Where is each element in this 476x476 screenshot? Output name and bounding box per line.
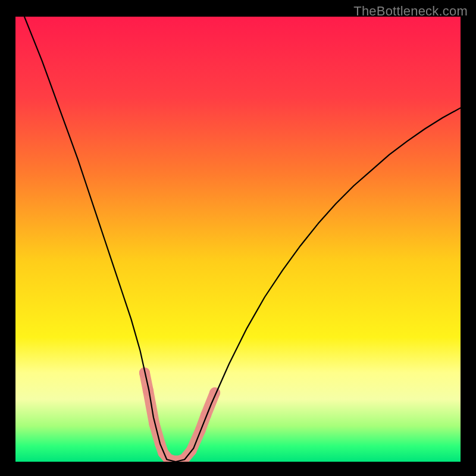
watermark-text: TheBottleneck.com [353,4,468,19]
chart-svg [15,17,461,462]
plot-area [15,17,461,462]
chart-frame: TheBottleneck.com [0,0,476,476]
chart-background [15,17,461,462]
